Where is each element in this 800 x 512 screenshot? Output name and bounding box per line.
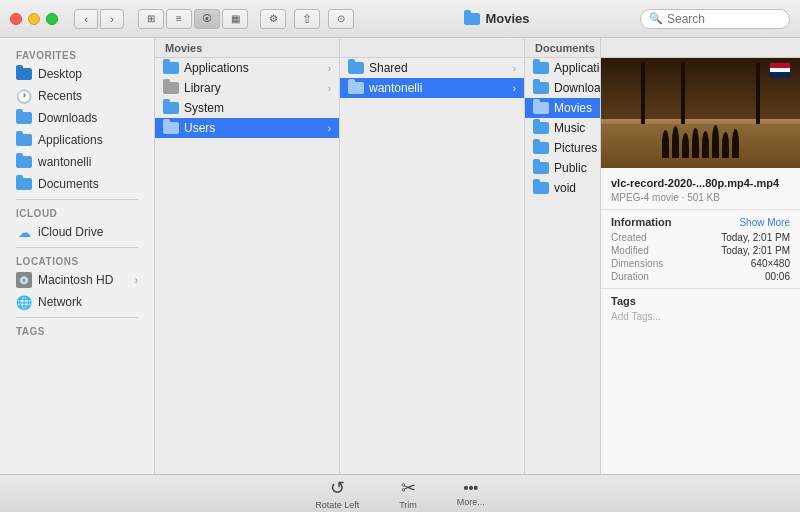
documents-icon xyxy=(16,176,32,192)
window-title: Movies xyxy=(362,11,632,26)
folder-icon xyxy=(533,102,549,114)
sidebar-label-wantonelli: wantonelli xyxy=(38,155,91,169)
column-item-label: Movies xyxy=(554,101,592,115)
column-3: Documents Applications › Downloads › Mov… xyxy=(525,38,600,474)
divider-1 xyxy=(16,199,138,200)
column-item-label: void xyxy=(554,181,576,195)
tag-button[interactable]: ⊙ xyxy=(328,9,354,29)
fullscreen-button[interactable] xyxy=(46,13,58,25)
column-item-music-3[interactable]: Music xyxy=(525,118,600,138)
wantonelli-icon xyxy=(16,154,32,170)
column-item-label: Shared xyxy=(369,61,408,75)
info-title: Information xyxy=(611,216,672,228)
column-item-void-3[interactable]: void xyxy=(525,178,600,198)
show-more-button[interactable]: Show More xyxy=(739,217,790,228)
sidebar-item-desktop[interactable]: Desktop xyxy=(0,63,154,85)
forward-button[interactable]: › xyxy=(100,9,124,29)
column-item-label: Downloads xyxy=(554,81,600,95)
info-label-created: Created xyxy=(611,232,647,243)
rotate-left-icon: ↺ xyxy=(330,477,345,499)
gallery-view-button[interactable]: ▦ xyxy=(222,9,248,29)
column-item-public-3[interactable]: Public xyxy=(525,158,600,178)
sidebar-label-desktop: Desktop xyxy=(38,67,82,81)
folder-icon xyxy=(348,82,364,94)
column-item-pictures-3[interactable]: Pictures xyxy=(525,138,600,158)
close-button[interactable] xyxy=(10,13,22,25)
column-1-header: Movies xyxy=(155,38,339,58)
add-tags-placeholder[interactable]: Add Tags... xyxy=(611,311,790,322)
folder-icon xyxy=(533,162,549,174)
icon-view-button[interactable]: ⊞ xyxy=(138,9,164,29)
column-item-downloads-3[interactable]: Downloads › xyxy=(525,78,600,98)
column-item-wantonelli-user[interactable]: wantonelli › xyxy=(340,78,524,98)
column-item-applications-1[interactable]: Applications › xyxy=(155,58,339,78)
trim-button[interactable]: ✂ Trim xyxy=(389,474,427,512)
sidebar-label-macintosh: Macintosh HD xyxy=(38,273,113,287)
title-text: Movies xyxy=(485,11,529,26)
folder-icon xyxy=(348,62,364,74)
folder-icon xyxy=(163,122,179,134)
column-item-users[interactable]: Users › xyxy=(155,118,339,138)
rotate-left-button[interactable]: ↺ Rotate Left xyxy=(305,474,369,512)
more-button[interactable]: ••• More... xyxy=(447,477,495,510)
divider-3 xyxy=(16,317,138,318)
column-item-shared[interactable]: Shared › xyxy=(340,58,524,78)
sidebar: Favorites Desktop 🕐 Recents Downloads xyxy=(0,38,155,474)
column-view-button[interactable]: ⦿ xyxy=(194,9,220,29)
list-view-button[interactable]: ≡ xyxy=(166,9,192,29)
column-item-apps-3[interactable]: Applications › xyxy=(525,58,600,78)
arrow-icon: › xyxy=(328,83,331,94)
column-item-label: Music xyxy=(554,121,585,135)
info-label-dimensions: Dimensions xyxy=(611,258,663,269)
main-content: Favorites Desktop 🕐 Recents Downloads xyxy=(0,38,800,474)
arrow-icon: › xyxy=(328,123,331,134)
info-row-dimensions: Dimensions 640×480 xyxy=(611,258,790,269)
folder-icon xyxy=(163,62,179,74)
sidebar-item-recents[interactable]: 🕐 Recents xyxy=(0,85,154,107)
column-item-label: Library xyxy=(184,81,221,95)
traffic-lights xyxy=(10,13,58,25)
column-item-movies-3[interactable]: Movies › xyxy=(525,98,600,118)
sort-button[interactable]: ⚙ xyxy=(260,9,286,29)
search-box[interactable]: 🔍 xyxy=(640,9,790,29)
sidebar-item-network[interactable]: 🌐 Network xyxy=(0,291,154,313)
more-label: More... xyxy=(457,497,485,507)
rotate-left-label: Rotate Left xyxy=(315,500,359,510)
sidebar-item-documents[interactable]: Documents xyxy=(0,173,154,195)
column-2: Shared › wantonelli › xyxy=(340,38,525,474)
column-1: Movies Applications › Library › System xyxy=(155,38,340,474)
sidebar-label-applications: Applications xyxy=(38,133,103,147)
sidebar-item-icloud-drive[interactable]: ☁ iCloud Drive xyxy=(0,221,154,243)
column-item-library[interactable]: Library › xyxy=(155,78,339,98)
minimize-button[interactable] xyxy=(28,13,40,25)
info-value-dimensions: 640×480 xyxy=(751,258,790,269)
info-row-created: Created Today, 2:01 PM xyxy=(611,232,790,243)
icloud-section-title: iCloud xyxy=(0,204,154,221)
folder-icon xyxy=(533,122,549,134)
sidebar-item-downloads[interactable]: Downloads xyxy=(0,107,154,129)
divider-2 xyxy=(16,247,138,248)
info-value-modified: Today, 2:01 PM xyxy=(721,245,790,256)
search-input[interactable] xyxy=(667,12,781,26)
back-button[interactable]: ‹ xyxy=(74,9,98,29)
desktop-icon xyxy=(16,66,32,82)
folder-icon xyxy=(533,142,549,154)
more-icon: ••• xyxy=(463,480,478,496)
preview-info-header: Information Show More xyxy=(611,216,790,228)
locations-section-title: Locations xyxy=(0,252,154,269)
downloads-icon xyxy=(16,110,32,126)
sidebar-label-recents: Recents xyxy=(38,89,82,103)
sidebar-item-applications[interactable]: Applications xyxy=(0,129,154,151)
macintosh-arrow: › xyxy=(135,275,138,286)
column-item-label: wantonelli xyxy=(369,81,422,95)
tags-section-title: Tags xyxy=(0,322,154,339)
sidebar-item-wantonelli[interactable]: wantonelli xyxy=(0,151,154,173)
folder-icon xyxy=(533,82,549,94)
column-item-label: Users xyxy=(184,121,215,135)
view-controls: ⊞ ≡ ⦿ ▦ xyxy=(138,9,248,29)
column-item-system[interactable]: System xyxy=(155,98,339,118)
sidebar-label-downloads: Downloads xyxy=(38,111,97,125)
share-button[interactable]: ⇧ xyxy=(294,9,320,29)
columns-area: Movies Applications › Library › System xyxy=(155,38,600,474)
sidebar-item-macintosh-hd[interactable]: 💿 Macintosh HD › xyxy=(0,269,154,291)
